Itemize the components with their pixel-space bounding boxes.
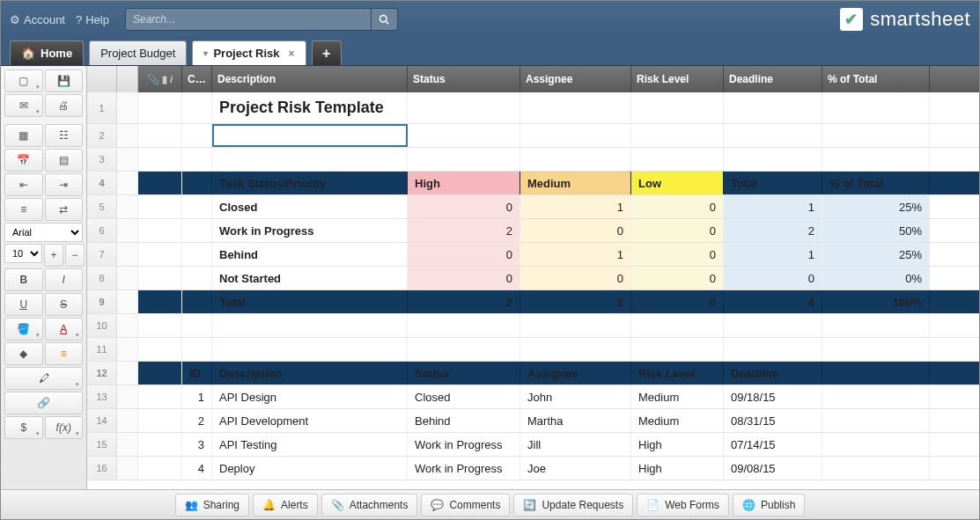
cell[interactable] [520,124,631,147]
cell[interactable] [724,92,822,123]
task-row[interactable]: 14 2 API Development Behind Martha Mediu… [87,409,979,433]
expand-col [117,66,138,92]
top-bar: ⚙ Account ? Help ✔ smartsheet [1,1,979,38]
attachments-button[interactable]: 📎Attachments [321,494,418,516]
underline-button[interactable]: U [4,293,43,316]
search-button[interactable] [372,8,398,31]
summary-total-row[interactable]: 9 Total 2 2 0 4 100% [87,290,979,314]
sharing-icon: 👥 [185,499,198,511]
cell[interactable] [631,124,724,147]
bold-button[interactable]: B [4,268,43,291]
decrease-size-button[interactable]: − [65,244,85,267]
cell-selected[interactable] [212,124,408,147]
conditional-format-button[interactable]: ◆ [4,342,43,365]
web-forms-button[interactable]: 📄Web Forms [637,494,729,516]
cell-task-status[interactable]: Task Status/Priority [212,172,408,194]
save-button[interactable]: ▢▾ [4,70,43,92]
cell[interactable] [520,92,631,123]
card-icon: ▤ [59,154,69,166]
cell[interactable] [182,92,212,123]
format-button[interactable]: ≡ [45,342,84,365]
col-description[interactable]: Description [212,66,408,92]
cell[interactable] [822,92,930,123]
summary-row[interactable]: 8 Not Started 0 0 0 0 0% [87,267,979,290]
gantt-view-button[interactable]: ☷ [45,124,84,147]
col-deadline[interactable]: Deadline [724,66,822,92]
tab-home[interactable]: 🏠 Home [10,40,84,65]
font-size-select[interactable]: 10 [4,244,42,263]
cell-high[interactable]: High [408,172,520,194]
currency-button[interactable]: $▾ [4,416,43,439]
grid-view-button[interactable]: ▦ [4,124,43,147]
logo-text: smartsheet [870,8,970,31]
text-color-button[interactable]: A▾ [45,318,84,341]
search-input[interactable] [125,8,372,31]
col-risk-level[interactable]: Risk Level [631,66,724,92]
cell-title[interactable]: Project Risk Template [212,92,408,123]
task-row[interactable]: 15 3 API Testing Work in Progress Jill H… [87,433,979,457]
calendar-view-button[interactable]: 📅 [4,149,43,172]
strike-button[interactable]: S [45,293,84,316]
sharing-button[interactable]: 👥Sharing [175,494,249,516]
table-row[interactable]: 3 [87,148,979,172]
summary-row[interactable]: 7 Behind 0 1 0 1 25% [87,243,979,267]
cell-id-hdr[interactable]: ID [182,362,212,385]
tab-project-risk[interactable]: ▾ Project Risk × [192,40,306,65]
cell-low[interactable]: Low [631,172,724,194]
cell[interactable] [408,124,520,147]
cell[interactable] [408,92,520,123]
task-header-row[interactable]: 12 ID Description Status Assignee Risk L… [87,362,979,385]
cell[interactable] [724,124,822,147]
account-link[interactable]: Account [24,13,65,26]
print-button[interactable]: 🖨 [45,94,84,117]
comments-button[interactable]: 💬Comments [421,494,510,516]
tab-project-budget[interactable]: Project Budget [89,40,187,65]
row-selected[interactable]: 2 [87,124,979,148]
email-button[interactable]: ✉▾ [4,94,43,117]
summary-row[interactable]: 6 Work in Progress 2 0 0 2 50% [87,219,979,243]
row-title[interactable]: 1 Project Risk Template [87,92,979,124]
search-icon [379,14,389,25]
cell-total[interactable]: Total [724,172,822,194]
publish-button[interactable]: 🌐Publish [733,494,805,516]
col-c[interactable]: C… [182,66,212,92]
fill-color-button[interactable]: 🪣▾ [4,318,43,341]
cell[interactable] [182,124,212,147]
alerts-button[interactable]: 🔔Alerts [253,494,318,516]
italic-button[interactable]: I [45,268,84,291]
tab-add[interactable]: + [312,40,342,65]
cell-deadline-hdr[interactable]: Deadline [724,362,822,385]
task-row[interactable]: 13 1 API Design Closed John Medium 09/18… [87,385,979,409]
update-requests-button[interactable]: 🔄Update Requests [513,494,633,516]
help-link[interactable]: Help [85,13,109,26]
col-assignee[interactable]: Assignee [520,66,631,92]
table-row[interactable]: 10 [87,314,979,338]
cell-medium[interactable]: Medium [520,172,631,194]
indent-button[interactable]: ⇤ [4,173,43,196]
table-row[interactable]: 11 [87,338,979,362]
rows-container[interactable]: 1 Project Risk Template 2 [87,92,979,489]
cell-desc-hdr[interactable]: Description [212,362,408,385]
cell-status-hdr[interactable]: Status [408,362,520,385]
cell[interactable] [822,124,930,147]
delete-row-button[interactable]: ⇄ [45,198,84,221]
link-button[interactable]: 🔗 [4,392,83,414]
card-view-button[interactable]: ▤ [45,149,84,172]
cell-risk-hdr[interactable]: Risk Level [631,362,724,385]
insert-row-button[interactable]: ≡ [4,198,43,221]
font-select[interactable]: Arial [4,223,83,242]
outdent-button[interactable]: ⇥ [45,173,84,196]
cell-pct[interactable]: % of Total [822,172,930,194]
col-pct-total[interactable]: % of Total [822,66,930,92]
save-as-button[interactable]: 💾 [45,70,84,92]
cell-assignee-hdr[interactable]: Assignee [520,362,631,385]
highlight-button[interactable]: 🖍▾ [4,367,83,390]
summary-header-row[interactable]: 4 Task Status/Priority High Medium Low T… [87,172,979,195]
formula-button[interactable]: f(x)▾ [45,416,84,439]
summary-row[interactable]: 5 Closed 0 1 0 1 25% [87,195,979,219]
close-icon[interactable]: × [289,48,295,60]
increase-size-button[interactable]: + [44,244,63,267]
cell[interactable] [631,92,724,123]
col-status[interactable]: Status [408,66,520,92]
task-row[interactable]: 16 4 Deploy Work in Progress Joe High 09… [87,457,979,480]
